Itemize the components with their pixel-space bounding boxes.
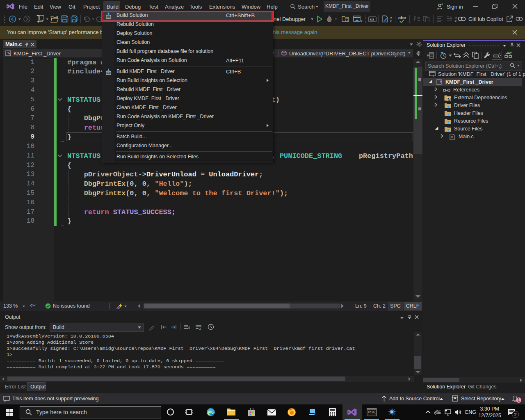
svg-text:C:\>_: C:\>_ bbox=[368, 411, 377, 414]
svg-text:c: c bbox=[451, 135, 453, 139]
